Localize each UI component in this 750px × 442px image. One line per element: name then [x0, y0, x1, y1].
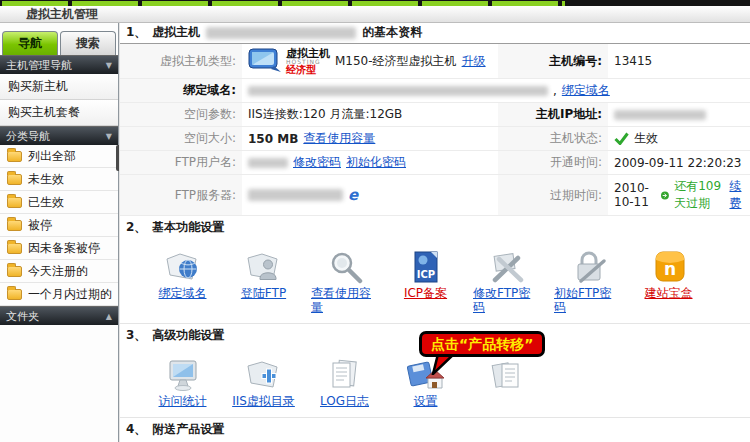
folder-icon — [7, 243, 22, 254]
magnifier-icon — [325, 250, 365, 284]
space-param-label: 空间参数: — [120, 103, 242, 127]
sidebar-item-buy-new-host[interactable]: 购买新主机 — [0, 74, 118, 100]
section-header-folders[interactable]: 文件夹 ▲ — [0, 306, 118, 325]
func-bind-domain[interactable]: 绑定域名 — [142, 246, 223, 318]
func-sitebox[interactable]: n 建站宝盒 — [628, 246, 709, 318]
space-param-value: IIS连接数:120 月流量:12GB — [242, 103, 498, 127]
sidebar-tabs: 导航 搜索 — [0, 23, 118, 55]
func-iis-virtual-dir[interactable]: IIS虚拟目录 — [223, 354, 304, 412]
chevron-up-icon: ▲ — [106, 312, 112, 321]
section4-title: 4、 附送产品设置 — [120, 418, 750, 440]
sidebar-item-active[interactable]: 已生效 — [0, 191, 118, 214]
host-type-value: 虚拟主机 HOSTING 经济型 M150-经济型虚拟主机 升级 — [242, 44, 498, 79]
green-arrow-icon — [661, 189, 669, 202]
ftp-user-label: FTP用户名: — [120, 151, 242, 175]
sidebar-item-stopped-no-icp[interactable]: 因未备案被停 — [0, 237, 118, 260]
redacted-ftp-server — [248, 189, 343, 201]
sitebox-n-icon: n — [649, 250, 689, 284]
func-icp-record[interactable]: ICP ICP备案 — [385, 246, 466, 318]
folder-user-icon — [243, 250, 283, 284]
icp-document-icon: ICP — [406, 250, 446, 284]
basic-functions-row: 绑定域名 登陆FTP 查看使用容量 — [120, 238, 750, 324]
expire-label: 过期时间: — [498, 175, 608, 216]
folder-icon — [7, 289, 22, 300]
bind-domain-link[interactable]: 绑定域名 — [562, 82, 610, 99]
chevron-down-icon: ▼ — [106, 132, 112, 141]
domain-value: , 绑定域名 — [242, 79, 750, 103]
sidebar-item-list-all[interactable]: 列出全部 — [0, 145, 118, 168]
svg-text:ICP: ICP — [416, 269, 434, 280]
folder-plus-icon — [243, 358, 283, 392]
view-usage-link[interactable]: 查看使用容量 — [303, 130, 375, 147]
ip-value — [608, 103, 750, 127]
status-value: 生效 — [608, 127, 750, 151]
internet-explorer-icon[interactable]: e — [348, 188, 358, 203]
init-password-link[interactable]: 初始化密码 — [346, 154, 406, 171]
folder-icon — [7, 220, 22, 231]
folder-icon — [7, 174, 22, 185]
func-files[interactable] — [466, 354, 547, 412]
sidebar: 导航 搜索 主机管理导航 ▼ 购买新主机 购买主机套餐 分类导航 ▼ 列出全部 … — [0, 23, 119, 442]
renew-link[interactable]: 续费 — [729, 178, 744, 212]
redacted-domain — [248, 86, 548, 96]
sidebar-item-expiring-in-month[interactable]: 一个月内过期的 — [0, 283, 118, 306]
ftp-user-value: 修改密码 初始化密码 — [242, 151, 498, 175]
hosting-type-icon: 虚拟主机 HOSTING 经济型 — [248, 47, 330, 75]
redacted-host-name — [206, 27, 356, 39]
upgrade-link[interactable]: 升级 — [462, 53, 486, 70]
func-init-ftp-password[interactable]: 初始FTP密码 — [547, 246, 628, 318]
host-info-table: 虚拟主机类型: 虚拟主机 HOSTING 经济型 M150-经济型虚拟 — [120, 44, 750, 216]
page-title: 虚拟主机管理 — [0, 6, 750, 23]
open-time-label: 开通时间: — [498, 151, 608, 175]
func-login-ftp[interactable]: 登陆FTP — [223, 246, 304, 318]
open-time-value: 2009-09-11 22:20:23 — [608, 151, 750, 175]
sidebar-item-stopped[interactable]: 被停 — [0, 214, 118, 237]
section-header-category-nav[interactable]: 分类导航 ▼ — [0, 126, 118, 145]
folder-icon — [7, 266, 22, 277]
monitor-stats-icon — [163, 358, 203, 392]
days-left-note: 还有109天过期 — [674, 178, 724, 212]
redacted-ftp-user — [248, 158, 288, 168]
sidebar-item-not-active[interactable]: 未生效 — [0, 168, 118, 191]
main-content: 1、 虚拟主机 的基本资料 虚拟主机类型: 虚拟主机 — [119, 23, 750, 442]
func-view-usage[interactable]: 查看使用容量 — [304, 246, 385, 318]
ip-label: 主机IP地址: — [498, 103, 608, 127]
expire-value: 2010-10-11 还有109天过期 续费 — [608, 175, 750, 216]
host-type-label: 虚拟主机类型: — [120, 44, 242, 79]
folder-icon — [7, 151, 22, 162]
log-pages-icon — [324, 358, 364, 392]
section2-title: 2、 基本功能设置 — [120, 216, 750, 238]
pages-icon — [487, 358, 527, 392]
section-header-host-management[interactable]: 主机管理导航 ▼ — [0, 55, 118, 74]
callout-bubble: 点击“产品转移” — [419, 331, 545, 357]
section1-title: 1、 虚拟主机 的基本资料 — [120, 23, 750, 44]
status-label: 主机状态: — [498, 127, 608, 151]
redacted-ip — [614, 110, 706, 120]
func-log[interactable]: LOG日志 — [304, 354, 385, 412]
lock-icon — [568, 250, 608, 284]
tab-search[interactable]: 搜索 — [60, 31, 116, 55]
sidebar-item-buy-host-package[interactable]: 购买主机套餐 — [0, 100, 118, 126]
folder-icon — [7, 197, 22, 208]
green-tabs-strip — [2, 1, 565, 6]
svg-text:n: n — [663, 259, 675, 279]
host-id-value: 13415 — [608, 44, 750, 79]
space-size-label: 空间大小: — [120, 127, 242, 151]
change-password-link[interactable]: 修改密码 — [293, 154, 341, 171]
ftp-server-label: FTP服务器: — [120, 175, 242, 216]
check-icon — [614, 132, 629, 145]
top-tab-strip — [0, 0, 750, 6]
func-change-ftp-password[interactable]: 修改FTP密码 — [466, 246, 547, 318]
sidebar-item-registered-today[interactable]: 今天注册的 — [0, 260, 118, 283]
folder-globe-icon — [163, 250, 203, 284]
ftp-server-value: e — [242, 175, 498, 216]
tools-icon — [487, 250, 527, 284]
host-id-label: 主机编号: — [498, 44, 608, 79]
func-visit-stats[interactable]: 访问统计 — [142, 354, 223, 412]
monitor-icon — [248, 47, 282, 75]
chevron-down-icon: ▼ — [106, 61, 112, 70]
space-size-value: 150 MB 查看使用容量 — [242, 127, 498, 151]
tab-navigation[interactable]: 导航 — [2, 31, 58, 55]
domain-label: 绑定域名: — [120, 79, 242, 103]
